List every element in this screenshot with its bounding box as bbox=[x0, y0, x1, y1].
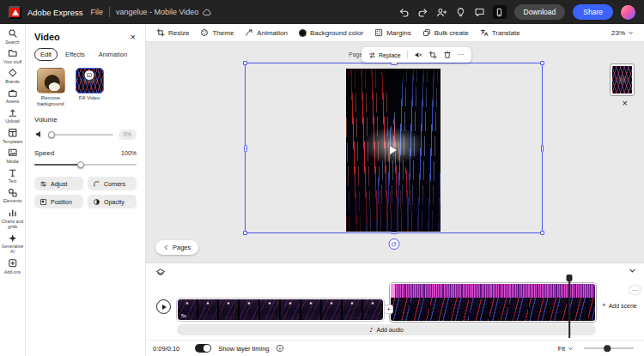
translate-tool[interactable]: Translate bbox=[480, 28, 520, 37]
rail-item-brands[interactable]: Brands bbox=[0, 68, 26, 84]
resize-handle-top-right[interactable] bbox=[540, 61, 544, 65]
comment-icon bbox=[474, 7, 485, 18]
selection-box[interactable] bbox=[245, 63, 543, 233]
undo-button[interactable] bbox=[398, 7, 410, 18]
delete-button[interactable] bbox=[443, 51, 452, 59]
add-scene-button[interactable]: +Add scene bbox=[602, 302, 637, 309]
chevron-down-icon bbox=[568, 346, 574, 352]
animation-tool[interactable]: Animation bbox=[245, 28, 288, 37]
timeline-zoom-slider[interactable] bbox=[584, 347, 634, 349]
timeline-zoom-fit-dropdown[interactable]: Fit bbox=[558, 345, 574, 353]
crop-button[interactable] bbox=[428, 51, 437, 59]
speed-slider[interactable] bbox=[34, 164, 137, 166]
volume-icon bbox=[414, 51, 422, 59]
canvas-area[interactable]: Page Replace ··· Pages bbox=[146, 42, 644, 262]
playhead[interactable] bbox=[566, 275, 573, 338]
chevron-down-icon bbox=[629, 267, 636, 275]
volume-slider-knob[interactable] bbox=[48, 131, 55, 138]
volume-slider[interactable] bbox=[51, 134, 113, 136]
scene-2-video-track[interactable] bbox=[391, 298, 595, 322]
rail-item-search[interactable]: Search bbox=[0, 28, 26, 45]
image-icon bbox=[87, 72, 93, 78]
layers-toggle-button[interactable] bbox=[155, 268, 166, 278]
resize-tool[interactable]: Resize bbox=[156, 28, 189, 37]
rotate-handle[interactable] bbox=[388, 238, 399, 250]
translate-icon bbox=[480, 28, 489, 37]
share-button[interactable]: Share bbox=[573, 4, 613, 20]
fill-video-option[interactable]: Fill Video bbox=[73, 68, 106, 107]
rail-item-elements[interactable]: Elements bbox=[0, 188, 26, 204]
zoom-level-dropdown[interactable]: 23% bbox=[611, 29, 634, 37]
timeline-footer: 0:09/0:10 Show layer timing Fit bbox=[146, 340, 644, 356]
rail-item-assets[interactable]: Assets bbox=[0, 88, 26, 105]
layer-timing-label: Show layer timing bbox=[218, 345, 269, 353]
bulk-create-tool[interactable]: Bulk create bbox=[422, 28, 469, 37]
speed-slider-knob[interactable] bbox=[77, 161, 84, 168]
tab-effects[interactable]: Effects bbox=[59, 48, 91, 61]
margins-tool[interactable]: Margins bbox=[374, 28, 410, 37]
mute-button[interactable] bbox=[414, 51, 422, 59]
download-button[interactable]: Download bbox=[514, 4, 566, 20]
file-menu[interactable]: File bbox=[90, 8, 103, 16]
mobile-preview-button[interactable] bbox=[493, 5, 507, 19]
document-title-wrap[interactable]: vangelue - Mobile Video bbox=[116, 8, 211, 17]
trash-icon bbox=[443, 51, 452, 59]
theme-tool[interactable]: Theme bbox=[200, 28, 234, 37]
more-options-button[interactable]: ··· bbox=[458, 51, 465, 58]
adobe-express-logo-icon[interactable] bbox=[9, 6, 21, 19]
rail-item-add-ons[interactable]: Add-ons bbox=[0, 258, 26, 275]
topbar-divider bbox=[109, 7, 110, 17]
pages-button[interactable]: Pages bbox=[155, 240, 198, 255]
tab-animation[interactable]: Animation bbox=[93, 48, 133, 61]
layer-timing-toggle[interactable] bbox=[195, 344, 211, 353]
info-button[interactable] bbox=[276, 344, 284, 353]
rail-item-upload[interactable]: Upload bbox=[0, 108, 26, 124]
insert-scene-button[interactable]: + bbox=[384, 305, 393, 314]
resize-handle-bottom-left[interactable] bbox=[243, 231, 247, 235]
add-audio-button[interactable]: ♪Add audio bbox=[177, 324, 596, 335]
user-avatar[interactable] bbox=[621, 5, 635, 20]
resize-handle-left[interactable] bbox=[244, 144, 247, 152]
speaker-icon[interactable] bbox=[34, 129, 46, 140]
timeline-collapse-button[interactable] bbox=[629, 267, 636, 275]
brands-icon bbox=[8, 68, 18, 78]
remove-background-option[interactable]: Remove background bbox=[34, 68, 67, 107]
panel-title: Video bbox=[34, 32, 60, 42]
page-thumbnail[interactable] bbox=[610, 63, 635, 96]
adjust-button[interactable]: Adjust bbox=[34, 177, 83, 190]
scene-2-audio-track[interactable] bbox=[391, 284, 595, 298]
corners-button[interactable]: Corners bbox=[88, 177, 137, 190]
opacity-button[interactable]: Opacity bbox=[88, 195, 137, 208]
background-color-tool[interactable]: Background color bbox=[299, 29, 363, 37]
volume-value-chip[interactable]: 0% bbox=[118, 130, 137, 140]
rail-item-charts-grids[interactable]: Charts and grids bbox=[0, 208, 26, 229]
rail-item-text[interactable]: Text bbox=[0, 168, 26, 184]
resize-handle-top-left[interactable] bbox=[243, 61, 247, 65]
close-panel-button[interactable]: × bbox=[623, 99, 628, 108]
tab-edit[interactable]: Edit bbox=[34, 48, 58, 61]
panel-close-button[interactable]: × bbox=[130, 33, 137, 42]
resize-icon bbox=[156, 28, 165, 37]
ideas-button[interactable] bbox=[455, 7, 466, 18]
cloud-sync-icon bbox=[202, 8, 211, 17]
clip-more-options-button[interactable]: ··· bbox=[629, 286, 641, 294]
resize-handle-bottom-right[interactable] bbox=[540, 231, 544, 235]
invite-collaborators-button[interactable] bbox=[436, 7, 447, 18]
rail-item-generative-ai[interactable]: Generative AI bbox=[0, 233, 26, 255]
scene-2-clip-selected[interactable] bbox=[390, 283, 596, 322]
resize-handle-bottom[interactable] bbox=[390, 232, 398, 235]
scene-1-clip[interactable]: 5s bbox=[177, 299, 384, 321]
rail-item-templates[interactable]: Templates bbox=[0, 128, 26, 144]
position-button[interactable]: Position bbox=[34, 195, 83, 208]
video-adjust-buttons: Adjust Corners Position Opacity bbox=[34, 177, 137, 208]
timeline-zoom-knob[interactable] bbox=[605, 345, 611, 352]
replace-button[interactable]: Replace bbox=[368, 51, 401, 59]
comments-button[interactable] bbox=[474, 7, 485, 18]
rail-item-your-stuff[interactable]: Your stuff bbox=[0, 48, 26, 64]
bulk-create-icon bbox=[422, 28, 431, 37]
timeline-play-button[interactable] bbox=[156, 299, 171, 314]
speed-header: Speed 100% bbox=[34, 149, 137, 157]
rail-item-media[interactable]: Media bbox=[0, 148, 26, 164]
resize-handle-right[interactable] bbox=[541, 144, 544, 152]
redo-button[interactable] bbox=[417, 7, 428, 18]
